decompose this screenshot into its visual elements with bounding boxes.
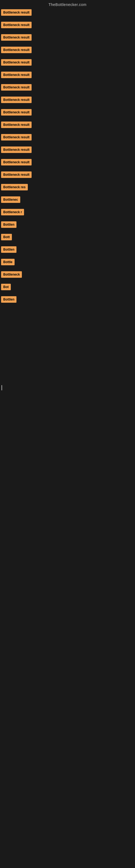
bottleneck-badge-16[interactable]: Bottlenec — [1, 196, 20, 203]
bottleneck-row-14[interactable]: Bottleneck result — [1, 172, 135, 179]
bottleneck-badge-12[interactable]: Bottleneck result — [1, 147, 32, 153]
bottleneck-row-23[interactable]: Bot — [1, 284, 135, 291]
bottleneck-badge-7[interactable]: Bottleneck result — [1, 84, 32, 91]
bottleneck-badge-14[interactable]: Bottleneck result — [1, 172, 32, 178]
cursor-container: | — [0, 309, 135, 526]
bottleneck-badge-21[interactable]: Bottle — [1, 259, 14, 265]
bottleneck-row-4[interactable]: Bottleneck result — [1, 46, 135, 54]
bottleneck-row-19[interactable]: Bott — [1, 234, 135, 241]
site-title-container: TheBottlenecker.com — [0, 0, 135, 9]
bottleneck-row-5[interactable]: Bottleneck result — [1, 59, 135, 67]
bottleneck-badge-22[interactable]: Bottleneck — [1, 271, 22, 278]
bottleneck-badge-11[interactable]: Bottleneck result — [1, 134, 32, 141]
bottleneck-badge-17[interactable]: Bottleneck r — [1, 209, 24, 215]
bottleneck-badge-15[interactable]: Bottleneck res — [1, 184, 28, 190]
bottleneck-badge-20[interactable]: Bottlen — [1, 246, 16, 253]
bottleneck-badge-9[interactable]: Bottleneck result — [1, 109, 32, 116]
bottleneck-row-1[interactable]: Bottleneck result — [1, 9, 135, 17]
bottleneck-row-18[interactable]: Bottlen — [1, 221, 135, 229]
bottleneck-row-11[interactable]: Bottleneck result — [1, 134, 135, 142]
bottleneck-row-20[interactable]: Bottlen — [1, 246, 135, 254]
bottleneck-row-8[interactable]: Bottleneck result — [1, 97, 135, 104]
bottleneck-row-17[interactable]: Bottleneck r — [1, 209, 135, 216]
bottleneck-badge-3[interactable]: Bottleneck result — [1, 34, 32, 41]
bottleneck-row-3[interactable]: Bottleneck result — [1, 34, 135, 42]
bottleneck-row-9[interactable]: Bottleneck result — [1, 109, 135, 117]
bottleneck-badge-23[interactable]: Bot — [1, 284, 11, 290]
bottleneck-badge-5[interactable]: Bottleneck result — [1, 59, 32, 66]
bottleneck-badge-24[interactable]: Bottlen — [1, 296, 16, 303]
bottleneck-row-22[interactable]: Bottleneck — [1, 271, 135, 279]
bottleneck-row-12[interactable]: Bottleneck result — [1, 147, 135, 154]
bottleneck-badge-19[interactable]: Bott — [1, 234, 12, 240]
bottleneck-badge-1[interactable]: Bottleneck result — [1, 9, 32, 16]
bottleneck-row-2[interactable]: Bottleneck result — [1, 22, 135, 29]
site-title: TheBottlenecker.com — [48, 0, 86, 9]
bottleneck-row-16[interactable]: Bottlenec — [1, 196, 135, 204]
bottleneck-row-24[interactable]: Bottlen — [1, 296, 135, 304]
bottleneck-row-21[interactable]: Bottle — [1, 259, 135, 267]
bottleneck-badge-6[interactable]: Bottleneck result — [1, 72, 32, 78]
bottleneck-row-7[interactable]: Bottleneck result — [1, 84, 135, 92]
bottleneck-badge-4[interactable]: Bottleneck result — [1, 46, 32, 53]
bottleneck-badge-18[interactable]: Bottlen — [1, 221, 16, 228]
bottleneck-badge-2[interactable]: Bottleneck result — [1, 22, 32, 28]
bottleneck-badge-8[interactable]: Bottleneck result — [1, 97, 32, 103]
bottleneck-row-10[interactable]: Bottleneck result — [1, 122, 135, 129]
bottleneck-row-15[interactable]: Bottleneck res — [1, 184, 135, 191]
bottleneck-row-6[interactable]: Bottleneck result — [1, 72, 135, 79]
cursor-indicator: | — [1, 384, 2, 390]
bottleneck-badge-10[interactable]: Bottleneck result — [1, 122, 32, 128]
rows-container: Bottleneck resultBottleneck resultBottle… — [0, 9, 135, 304]
bottleneck-row-13[interactable]: Bottleneck result — [1, 159, 135, 166]
bottleneck-badge-13[interactable]: Bottleneck result — [1, 159, 32, 165]
